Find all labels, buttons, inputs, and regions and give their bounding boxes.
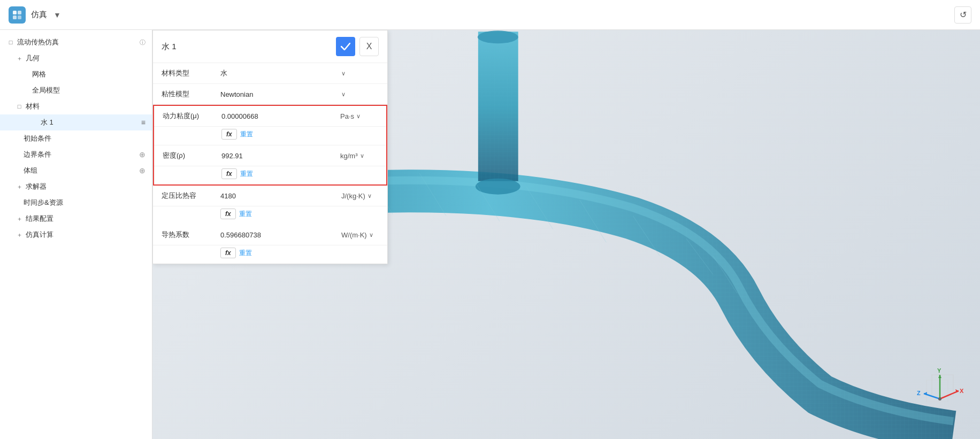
add-icon-boundary-cond[interactable]: ⊕ [139, 150, 146, 159]
axes-widget: X Y Z [916, 364, 964, 412]
field-unit-wrap-density: kg/m³ ∨ [340, 152, 378, 160]
sub-row-thermal-cond: fx 重置 [153, 245, 387, 264]
expand-icon-geometry: ＋ [15, 54, 24, 63]
panel-confirm-button[interactable] [336, 37, 355, 56]
field-value-thermal-cond: 0.596680738 [220, 231, 341, 239]
sidebar-item-body-group[interactable]: 体组 ⊕ [0, 163, 152, 179]
fx-button-thermal-cond[interactable]: fx [220, 248, 236, 258]
dropdown-viscosity-model[interactable]: ∨ [341, 91, 346, 98]
sidebar-item-init-cond[interactable]: 初始条件 [0, 130, 152, 147]
svg-point-7 [476, 179, 520, 195]
sidebar-item-water1[interactable]: 水 1 ≡ [0, 114, 152, 130]
sidebar-item-timestep[interactable]: 时间步&资源 [0, 195, 152, 211]
svg-rect-3 [18, 16, 21, 19]
field-value-wrap-viscosity-model: Newtonian ∨ [220, 90, 379, 98]
field-viscosity-model: 粘性模型 Newtonian ∨ [153, 84, 387, 105]
field-unit-wrap-thermal-cond: W/(m·K) ∨ [341, 231, 379, 239]
fx-button-density[interactable]: fx [221, 168, 237, 179]
material-panel: 水 1 X 材料类型 水 ∨ [152, 30, 388, 264]
field-unit-specific-heat: J/(kg·K) [341, 192, 365, 200]
svg-rect-5 [478, 32, 518, 181]
expand-icon-fluid-sim: □ [6, 38, 15, 47]
sub-row-dynamic-viscosity: fx 重置 [154, 127, 386, 145]
panel-body: 材料类型 水 ∨ 粘性模型 Newtonian ∨ [153, 63, 387, 264]
sub-row-density: fx 重置 [154, 166, 386, 184]
sidebar-item-global-model[interactable]: 全局模型 [0, 82, 152, 98]
sidebar-item-solver[interactable]: ＋ 求解器 [0, 179, 152, 195]
svg-text:Y: Y [937, 367, 941, 374]
title-dropdown-icon[interactable]: ▼ [53, 11, 61, 19]
field-unit-dynamic-viscosity: Pa·s [340, 112, 354, 120]
expand-icon-solver: ＋ [15, 182, 24, 191]
field-unit-wrap-dynamic-viscosity: Pa·s ∨ [340, 112, 378, 120]
field-material-type: 材料类型 水 ∨ [153, 63, 387, 84]
field-value-viscosity-model: Newtonian [220, 90, 341, 98]
expand-icon-sim-calc: ＋ [15, 230, 24, 239]
dropdown-material-type[interactable]: ∨ [341, 70, 346, 77]
sidebar-label-geometry: 几何 [26, 53, 146, 63]
svg-point-30 [938, 397, 941, 401]
field-density: 密度(ρ) 992.91 kg/m³ ∨ [154, 145, 386, 166]
field-label-dynamic-viscosity: 动力粘度(μ) [163, 111, 221, 121]
field-value-wrap-specific-heat: 4180 J/(kg·K) ∨ [220, 192, 379, 200]
sidebar: □ 流动传热仿真 ⓘ ＋ 几何 网格 全局模型 □ 材料 水 1 ≡ 初始条件 … [0, 30, 152, 439]
panel-close-button[interactable]: X [359, 37, 379, 56]
sidebar-label-result-config: 结果配置 [26, 214, 146, 224]
sidebar-item-boundary-cond[interactable]: 边界条件 ⊕ [0, 147, 152, 163]
field-value-material-type: 水 [220, 68, 341, 78]
sidebar-item-material[interactable]: □ 材料 [0, 98, 152, 114]
field-unit-wrap-specific-heat: J/(kg·K) ∨ [341, 192, 379, 200]
field-unit-density: kg/m³ [340, 152, 358, 160]
refresh-button[interactable]: ↺ [954, 6, 971, 24]
sidebar-label-solver: 求解器 [26, 182, 146, 191]
sidebar-item-sim-calc[interactable]: ＋ 仿真计算 [0, 227, 152, 243]
sidebar-label-sim-calc: 仿真计算 [26, 230, 146, 240]
top-bar-right: ↺ [954, 6, 971, 24]
expand-icon-material: □ [15, 102, 24, 111]
sidebar-item-result-config[interactable]: ＋ 结果配置 [0, 211, 152, 227]
sidebar-label-mesh: 网格 [32, 70, 146, 79]
dropdown-thermal-cond[interactable]: ∨ [369, 232, 373, 238]
add-icon-body-group[interactable]: ⊕ [139, 166, 146, 175]
field-dynamic-viscosity: 动力粘度(μ) 0.00000668 Pa·s ∨ [154, 106, 386, 127]
dropdown-specific-heat[interactable]: ∨ [368, 192, 372, 199]
fx-button-specific-heat[interactable]: fx [220, 209, 236, 219]
sidebar-item-mesh[interactable]: 网格 [0, 66, 152, 82]
sub-row-specific-heat: fx 重置 [153, 206, 387, 225]
svg-text:X: X [960, 388, 964, 394]
field-value-density: 992.91 [221, 152, 340, 160]
reset-button-specific-heat[interactable]: 重置 [239, 210, 252, 219]
reset-button-thermal-cond[interactable]: 重置 [239, 249, 252, 258]
sidebar-label-global-model: 全局模型 [32, 86, 146, 95]
menu-icon-water1[interactable]: ≡ [141, 118, 146, 127]
sidebar-label-fluid-sim: 流动传热仿真 [17, 37, 137, 47]
svg-rect-1 [18, 11, 21, 14]
field-value-wrap-material-type: 水 ∨ [220, 68, 379, 78]
sidebar-label-water1: 水 1 [41, 118, 139, 127]
reset-button-density[interactable]: 重置 [240, 170, 253, 179]
field-unit-wrap-material-type: ∨ [341, 70, 379, 77]
main-layout: □ 流动传热仿真 ⓘ ＋ 几何 网格 全局模型 □ 材料 水 1 ≡ 初始条件 … [0, 30, 980, 439]
app-title: 仿真 [31, 10, 47, 20]
field-value-specific-heat: 4180 [220, 192, 341, 200]
sidebar-item-geometry[interactable]: ＋ 几何 [0, 50, 152, 66]
svg-text:Z: Z [917, 390, 921, 396]
field-label-material-type: 材料类型 [162, 68, 220, 78]
viewport[interactable]: X Y Z 水 1 X [152, 30, 980, 439]
svg-rect-19 [932, 375, 953, 396]
panel-header: 水 1 X [153, 30, 387, 63]
field-label-specific-heat: 定压比热容 [162, 191, 220, 201]
top-bar: 仿真 ▼ ↺ [0, 0, 980, 30]
svg-rect-2 [13, 16, 17, 19]
field-value-dynamic-viscosity: 0.00000668 [221, 112, 340, 120]
field-label-viscosity-model: 粘性模型 [162, 89, 220, 99]
field-value-wrap-density: 992.91 kg/m³ ∨ [221, 152, 378, 160]
dropdown-density[interactable]: ∨ [360, 152, 364, 159]
dropdown-dynamic-viscosity[interactable]: ∨ [356, 113, 361, 120]
field-value-wrap-thermal-cond: 0.596680738 W/(m·K) ∨ [220, 231, 379, 239]
field-label-density: 密度(ρ) [163, 151, 221, 160]
expand-icon-result-config: ＋ [15, 214, 24, 223]
fx-button-dynamic-viscosity[interactable]: fx [221, 129, 237, 140]
sidebar-item-fluid-sim[interactable]: □ 流动传热仿真 ⓘ [0, 34, 152, 50]
reset-button-dynamic-viscosity[interactable]: 重置 [240, 130, 253, 139]
